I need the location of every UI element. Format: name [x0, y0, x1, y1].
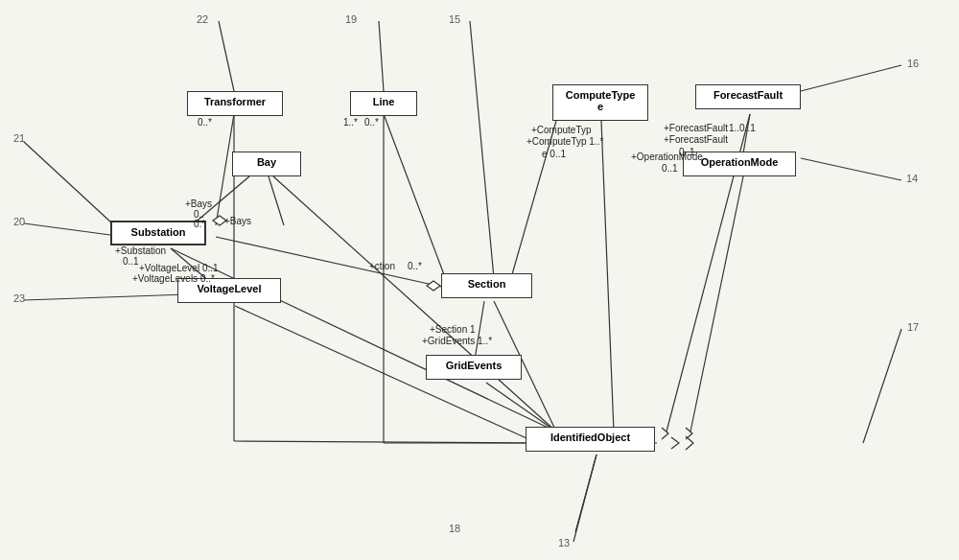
- svg-line-4: [801, 158, 901, 180]
- ref-17: 17: [907, 321, 919, 333]
- forecastfault-box: ForecastFault: [695, 84, 801, 109]
- ann-forecastfault1: +ForecastFault: [664, 123, 728, 133]
- ann-substation-label: +Substation: [115, 245, 166, 256]
- svg-line-3: [801, 65, 901, 91]
- svg-line-5: [863, 329, 901, 443]
- svg-line-17: [269, 176, 284, 225]
- computetype-box: ComputeTypee: [552, 84, 648, 121]
- svg-line-7: [573, 455, 596, 542]
- ref-23: 23: [13, 292, 25, 304]
- ann-substation-mult: 0..1: [123, 256, 139, 267]
- ann-voltagelevels: +VoltageLevels 0..*: [132, 273, 215, 284]
- diagram-container: Transformer Line ComputeTypee ForecastFa…: [0, 0, 959, 560]
- ref-14: 14: [906, 173, 918, 184]
- svg-line-2: [470, 21, 494, 278]
- ann-ff-mult2: 1..0..1: [729, 123, 756, 133]
- bay-box: Bay: [232, 152, 301, 176]
- ann-forecastfault2: +ForecastFault: [664, 134, 728, 145]
- ann-operationmode-mult: 0..1: [662, 163, 678, 174]
- ann-voltagelevel: +VoltageLevel 0..1: [139, 263, 219, 273]
- identifiedobject-box: IdentifiedObject: [526, 427, 655, 452]
- ref-16: 16: [907, 58, 919, 69]
- svg-line-6: [575, 455, 596, 532]
- line-box: Line: [350, 91, 417, 116]
- ref-13: 13: [558, 537, 570, 548]
- svg-line-22: [486, 383, 556, 432]
- ann-bays-label1: +Bays: [185, 198, 212, 209]
- section-box: Section: [441, 273, 532, 298]
- ann-computetyp3: e 0..1: [542, 149, 566, 159]
- svg-marker-32: [427, 281, 440, 291]
- svg-line-30: [273, 176, 556, 432]
- ref-18: 18: [449, 523, 460, 534]
- ref-15: 15: [449, 13, 460, 25]
- ann-section-mult: 0..*: [408, 261, 422, 271]
- svg-line-28: [743, 114, 750, 153]
- ann-operationmode: +OperationMode: [631, 152, 703, 162]
- ref-21: 21: [13, 132, 25, 144]
- ann-ction: +ction: [369, 261, 395, 271]
- ann-line-mult1: 1..*: [343, 117, 358, 128]
- ann-bays-mult2: 0.*: [194, 219, 205, 229]
- svg-line-1: [379, 21, 384, 91]
- svg-line-21: [475, 301, 484, 360]
- transformer-box: Transformer: [187, 91, 283, 116]
- svg-line-25: [601, 121, 614, 432]
- ann-transformer-mult: 0..*: [198, 117, 212, 128]
- svg-line-0: [219, 21, 234, 91]
- ann-bays-label2: +Bays: [224, 216, 251, 226]
- ann-gridevents-label: +GridEvents 1..*: [422, 336, 492, 346]
- ref-20: 20: [13, 216, 25, 227]
- ref-19: 19: [345, 13, 357, 25]
- ann-line-mult2: 0..*: [364, 117, 379, 128]
- ann-computetyp1: +ComputeTyp: [531, 125, 592, 135]
- gridevents-box: GridEvents: [426, 355, 522, 380]
- svg-line-12: [234, 441, 537, 443]
- svg-line-10: [24, 294, 187, 300]
- substation-box: Substation: [110, 221, 206, 245]
- ref-22: 22: [197, 13, 208, 25]
- svg-line-29: [690, 176, 743, 432]
- ann-section-label: +Section 1: [430, 324, 476, 335]
- ann-computetyp2: +ComputeTyp 1..*: [526, 136, 603, 147]
